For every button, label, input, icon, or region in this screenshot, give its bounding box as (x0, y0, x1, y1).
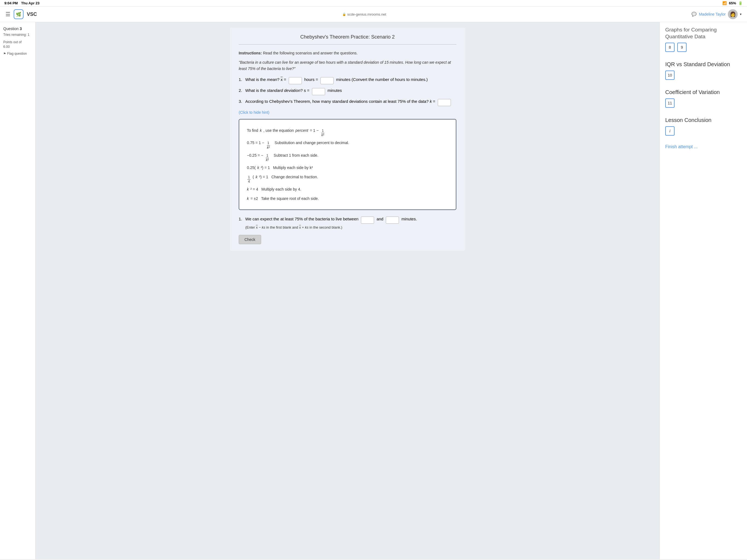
scenario-text: "Bacteria in a culture can live for an a… (239, 59, 456, 72)
top-nav: ☰ 🌿 VSC 🔒 scde-genius.mrooms.net 💬 Madel… (0, 6, 747, 22)
url-text: scde-genius.mrooms.net (347, 12, 386, 17)
mean-hours-input[interactable] (289, 77, 302, 84)
sidebar-section-iqr: IQR vs Standard Deviation 10 (665, 61, 742, 84)
question-item-4: We can expect the at least 75% of the ba… (239, 217, 456, 224)
hint-toggle[interactable]: (Click to hide hint) (239, 110, 269, 114)
hint-line-1: 0.75 = 1 − 1 k² Substitution and change … (247, 139, 448, 150)
sidebar-section-graphs: Graphs for Comparing Quantitative Data 8… (665, 27, 742, 56)
logo-text: 🌿 (16, 12, 21, 17)
instructions-label: Instructions: (239, 51, 262, 55)
question-box: Chebyshev's Theorem Practice: Scenario 2… (230, 28, 465, 251)
k-value-input[interactable] (438, 99, 451, 106)
hint-line-2: −0.25 = − 1 k² Subtract 1 from each side… (247, 152, 448, 162)
top-nav-left: ☰ 🌿 VSC (5, 9, 37, 19)
main-layout: Question 3 Tries remaining: 1 Points out… (0, 22, 747, 559)
chevron-down-icon[interactable]: ▾ (740, 12, 742, 16)
battery-icon: 65% (729, 1, 736, 5)
sidebar-section-cv: Coefficient of Variation 11 (665, 88, 742, 112)
hint-box: To find k, use the equation percent = 1 … (239, 119, 456, 210)
lock-icon: 🔒 (342, 12, 346, 16)
mean-term: mean (267, 77, 277, 82)
menu-button[interactable]: ☰ (5, 11, 10, 18)
question-title: Chebyshev's Theorem Practice: Scenario 2 (239, 34, 456, 40)
question-item-3: According to Chebyshev's Theorem, how ma… (239, 99, 456, 106)
app-name: VSC (27, 11, 37, 17)
date: Thu Apr 23 (21, 1, 40, 5)
instructions: Instructions: Read the following scenari… (239, 50, 456, 56)
instructions-text: Read the following scenarios and answer … (263, 51, 358, 55)
hint-line-3: 0.25(k²) = 1 Multiply each side by k² (247, 164, 448, 172)
question-list-4: We can expect the at least 75% of the ba… (239, 217, 456, 224)
sidebar-section-title-graphs: Graphs for Comparing Quantitative Data (665, 27, 742, 40)
points-out-of: Points out of 6.00 (3, 40, 32, 49)
mean-minutes-input[interactable] (320, 77, 334, 84)
hint-line-6: k = ±2 Take the square root of each side… (247, 195, 448, 202)
lesson-badges-iqr: 10 (665, 71, 742, 84)
user-name[interactable]: Madeline Taylor (699, 12, 726, 17)
std-dev-term: standard deviation (267, 88, 301, 93)
question-number: Question 3 (3, 27, 32, 31)
status-bar: 9:04 PM Thu Apr 23 📶 65% 🔋 (0, 0, 747, 6)
divider (239, 44, 456, 45)
sidebar-section-conclusion: Lesson Conclusion i (665, 117, 742, 140)
status-bar-left: 9:04 PM Thu Apr 23 (4, 1, 40, 5)
finish-attempt-link[interactable]: Finish attempt ... (665, 144, 742, 149)
logo-badge: 🌿 (14, 9, 24, 19)
question-item-2: What is the standard deviation? s = minu… (239, 88, 456, 95)
tries-remaining: Tries remaining: 1 (3, 32, 32, 37)
lesson-badge-10[interactable]: 10 (665, 71, 674, 80)
lesson-badge-8[interactable]: 8 (665, 43, 674, 52)
sidebar-section-title-iqr: IQR vs Standard Deviation (665, 61, 742, 68)
lesson-badge-i[interactable]: i (665, 126, 674, 136)
frac-1-k2: 1 k² (321, 129, 325, 137)
flag-icon: ⚑ (3, 52, 6, 55)
question-4-note: (Enter x − ks in the first blank and x +… (245, 225, 456, 229)
lesson-badges-conclusion: i (665, 126, 742, 140)
url-bar: 🔒 scde-genius.mrooms.net (342, 12, 386, 17)
top-nav-right: 💬 Madeline Taylor 👩 ▾ (692, 9, 742, 19)
lesson-badge-11[interactable]: 11 (665, 98, 674, 108)
question-list: What is the mean? x = hours = minutes (C… (239, 77, 456, 106)
hint-line-4: 1 4 (k²) = 1 Change decimal to fraction. (247, 173, 448, 184)
right-sidebar: Graphs for Comparing Quantitative Data 8… (660, 22, 747, 559)
wifi-icon: 📶 (722, 1, 727, 5)
battery-bar: 🔋 (738, 1, 743, 5)
check-button[interactable]: Check (239, 235, 261, 244)
std-dev-input[interactable] (312, 88, 325, 95)
hint-intro: To find k, use the equation percent = 1 … (247, 127, 448, 137)
lesson-badge-9[interactable]: 9 (677, 43, 687, 52)
status-bar-right: 📶 65% 🔋 (722, 1, 743, 5)
sidebar-section-title-conclusion: Lesson Conclusion (665, 117, 742, 124)
lower-bound-input[interactable] (361, 217, 374, 224)
upper-bound-input[interactable] (386, 217, 399, 224)
question-sidebar: Question 3 Tries remaining: 1 Points out… (0, 22, 35, 559)
lesson-badges-graphs: 8 9 (665, 43, 742, 56)
flag-question-button[interactable]: ⚑ Flag question (3, 52, 32, 55)
time: 9:04 PM (4, 1, 18, 5)
avatar: 👩 (728, 9, 738, 19)
content-area: Chebyshev's Theorem Practice: Scenario 2… (35, 22, 660, 559)
sidebar-section-title-cv: Coefficient of Variation (665, 88, 742, 96)
chat-icon: 💬 (692, 12, 697, 17)
lesson-badges-cv: 11 (665, 98, 742, 112)
question-item-1: What is the mean? x = hours = minutes (C… (239, 77, 456, 84)
hint-line-5: k² = 4 Multiply each side by 4. (247, 185, 448, 193)
